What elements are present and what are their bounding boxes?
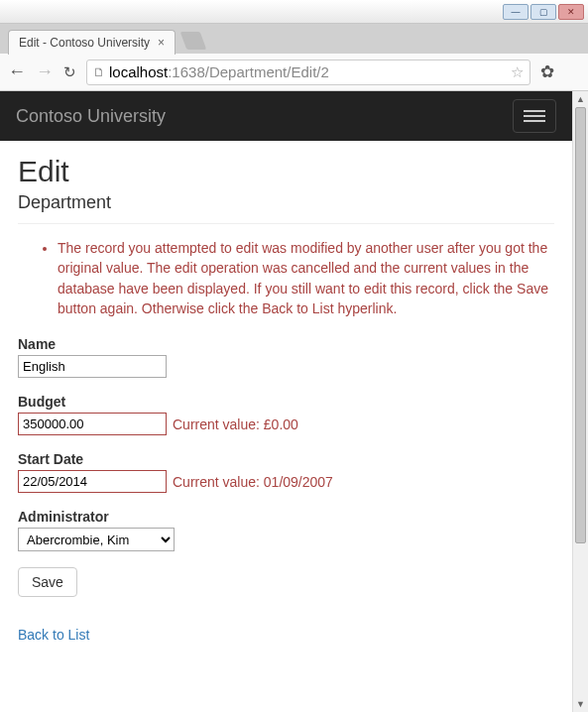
start-date-input[interactable] [18,470,167,493]
page-icon: 🗋 [93,65,105,79]
page-title: Edit [18,155,554,188]
name-input[interactable] [18,355,167,378]
scroll-up-arrow[interactable]: ▲ [573,91,588,107]
reload-button[interactable]: ↻ [63,63,76,81]
bookmark-star-icon[interactable]: ☆ [511,63,524,81]
window-titlebar: — ▢ ✕ [0,0,588,24]
save-button[interactable]: Save [18,567,77,597]
browser-toolbar: ← → ↻ 🗋 localhost:1638/Department/Edit/2… [0,54,588,91]
budget-error: Current value: £0.00 [173,416,298,432]
vertical-scrollbar[interactable]: ▲ ▼ [572,91,588,712]
budget-input[interactable] [18,413,167,435]
back-to-list-link[interactable]: Back to List [18,627,89,643]
url-path: /Department/Edit/2 [205,63,329,80]
validation-message: The record you attempted to edit was mod… [58,238,554,318]
tab-title: Edit - Contoso University [19,36,150,50]
forward-button[interactable]: → [36,61,54,82]
budget-label: Budget [18,394,554,410]
page-content: Contoso University Edit Department The r… [0,91,572,712]
back-button[interactable]: ← [8,61,26,82]
tab-strip: Edit - Contoso University × [0,24,588,54]
divider [18,223,554,224]
window-close-button[interactable]: ✕ [558,4,584,20]
url-port: :1638 [168,63,205,80]
url-host: localhost [109,63,168,80]
browser-tab[interactable]: Edit - Contoso University × [8,30,176,55]
navbar-toggle[interactable] [513,99,556,133]
window-maximize-button[interactable]: ▢ [530,4,556,20]
site-navbar: Contoso University [0,91,572,141]
name-label: Name [18,336,554,352]
site-brand[interactable]: Contoso University [16,106,166,127]
page-subtitle: Department [18,192,554,213]
window-minimize-button[interactable]: — [503,4,529,20]
start-date-error: Current value: 01/09/2007 [173,474,333,490]
new-tab-button[interactable] [180,32,207,50]
administrator-label: Administrator [18,509,554,525]
settings-gear-icon[interactable]: ✿ [540,61,554,82]
start-date-label: Start Date [18,451,554,467]
scroll-thumb[interactable] [575,107,586,543]
scroll-down-arrow[interactable]: ▼ [573,696,588,712]
administrator-select[interactable]: Abercrombie, Kim [18,528,175,551]
validation-summary: The record you attempted to edit was mod… [18,238,554,318]
address-bar[interactable]: 🗋 localhost:1638/Department/Edit/2 ☆ [86,59,530,85]
tab-close-icon[interactable]: × [158,36,165,50]
